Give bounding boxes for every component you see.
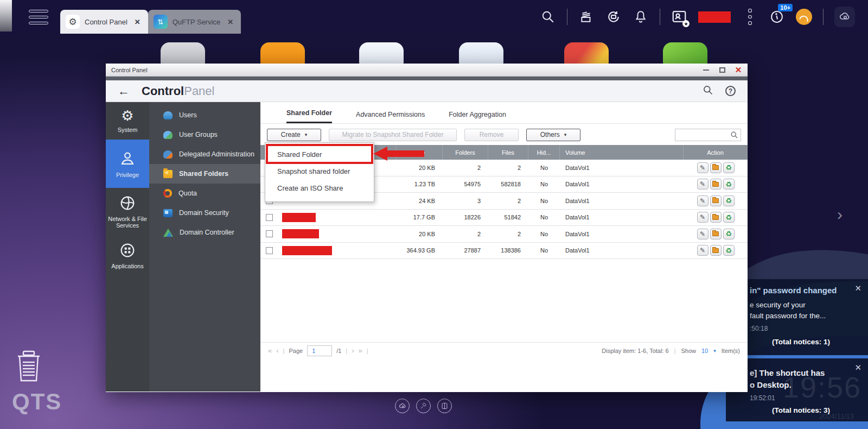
topbar-icons: ★ 10+: [540, 7, 868, 27]
sidebar-item-network-file-services[interactable]: Network & File Services: [106, 188, 149, 235]
quftp-icon: ⇅: [154, 15, 168, 29]
header-search-icon[interactable]: [703, 85, 713, 98]
next-page-icon[interactable]: ›: [352, 346, 354, 355]
minimize-button[interactable]: [702, 66, 710, 74]
menu-item-shared-folder[interactable]: Shared Folder: [265, 146, 374, 163]
myqnapcloud-icon[interactable]: [834, 7, 855, 27]
more-options-icon[interactable]: [742, 9, 758, 25]
table-row[interactable]: 17.7 GB 18226 51842 No DataVol1 ✎♻: [260, 210, 748, 226]
refresh-button[interactable]: ♻: [723, 179, 735, 190]
edit-permissions-button[interactable]: [710, 195, 722, 206]
sidebar-item-system[interactable]: ⚙ System: [106, 102, 149, 140]
dock-cloud-icon[interactable]: [395, 399, 410, 413]
help-icon[interactable]: ?: [725, 86, 736, 96]
edit-permissions-button[interactable]: [710, 245, 722, 256]
folder-permission-icon: [712, 182, 719, 187]
sidebar-item-applications[interactable]: Applications: [106, 235, 149, 276]
menu-item-domain-controller[interactable]: Domain Controller: [149, 223, 260, 242]
search-icon[interactable]: [540, 9, 556, 25]
toast-timestamp: :50:18: [750, 325, 768, 332]
refresh-button[interactable]: ♻: [723, 162, 735, 173]
row-checkbox[interactable]: [260, 214, 278, 221]
header-volume[interactable]: Volume: [560, 145, 684, 160]
sidebar-item-privilege[interactable]: Privilege: [106, 140, 149, 188]
refresh-button[interactable]: ♻: [723, 229, 735, 239]
first-page-icon[interactable]: «: [268, 346, 272, 355]
category-label: System: [118, 127, 138, 133]
tab-control-panel[interactable]: ⚙ Control Panel ✕: [60, 10, 148, 34]
tab-shared-folder[interactable]: Shared Folder: [286, 109, 332, 123]
menu-item-delegated-administration[interactable]: Delegated Administration: [149, 144, 260, 164]
menu-item-create-iso-share[interactable]: Create an ISO Share: [265, 180, 374, 197]
menu-item-user-groups[interactable]: User Groups: [149, 125, 260, 144]
menu-item-snapshot-shared-folder[interactable]: Snapshot shared folder: [265, 163, 374, 180]
header-files[interactable]: Files: [488, 145, 528, 160]
table-row[interactable]: 364.93 GB 27887 138386 No DataVol1 ✎♻: [260, 243, 748, 260]
migrate-button[interactable]: Migrate to Snapshot Shared Folder: [329, 129, 457, 141]
remove-button[interactable]: Remove: [464, 129, 519, 141]
dashboard-gauge-icon[interactable]: [796, 9, 812, 25]
header-folders[interactable]: Folders: [443, 145, 488, 160]
tab-quftp-service[interactable]: ⇅ QuFTP Service ✕: [148, 10, 241, 34]
prev-page-icon[interactable]: ‹: [276, 346, 278, 355]
tab-close-icon[interactable]: ✕: [135, 18, 141, 26]
edit-properties-button[interactable]: ✎: [697, 195, 709, 206]
edit-properties-button[interactable]: ✎: [697, 179, 709, 190]
tab-close-icon[interactable]: ✕: [227, 18, 233, 26]
system-gear-icon: ⚙: [121, 109, 133, 123]
row-checkbox[interactable]: [260, 230, 278, 237]
edit-permissions-button[interactable]: [710, 162, 722, 173]
menu-item-shared-folders[interactable]: Shared Folders: [149, 164, 260, 184]
user-account-icon[interactable]: ★: [671, 9, 687, 25]
edit-properties-button[interactable]: ✎: [697, 212, 709, 223]
tab-folder-aggregation[interactable]: Folder Aggregation: [449, 111, 506, 123]
others-button[interactable]: Others▾: [526, 129, 580, 141]
edit-properties-button[interactable]: ✎: [697, 162, 709, 173]
page-number-input[interactable]: [307, 345, 332, 356]
back-arrow-icon[interactable]: ←: [118, 84, 130, 98]
refresh-button[interactable]: ♻: [723, 195, 735, 206]
external-device-sync-icon[interactable]: [605, 9, 622, 25]
toast-close-icon[interactable]: ✕: [854, 363, 861, 373]
cell-volume: DataVol1: [560, 198, 684, 204]
caret-down-icon[interactable]: ▾: [713, 348, 716, 354]
show-value[interactable]: 10: [701, 348, 708, 354]
window-title: Control Panel: [111, 67, 148, 73]
toast-total-notices: (Total notices: 1): [772, 338, 830, 346]
table-row[interactable]: 20 KB 2 2 No DataVol1 ✎♻: [260, 226, 748, 243]
toast-close-icon[interactable]: ✕: [854, 283, 861, 293]
cell-folders: 3: [443, 198, 488, 204]
dock-tools-icon[interactable]: [416, 399, 431, 413]
menu-item-quota[interactable]: Quota: [149, 184, 260, 203]
menu-item-domain-security[interactable]: Domain Security: [149, 203, 260, 223]
edit-permissions-button[interactable]: [710, 179, 722, 190]
menu-item-users[interactable]: Users: [149, 105, 260, 125]
edit-properties-button[interactable]: ✎: [697, 229, 709, 239]
notifications-bell-icon[interactable]: [633, 9, 649, 25]
recycle-bin-icon[interactable]: [15, 350, 42, 385]
privilege-person-icon: [118, 149, 137, 168]
close-button[interactable]: ✕: [735, 66, 742, 74]
row-checkbox[interactable]: [260, 247, 278, 254]
tab-advanced-permissions[interactable]: Advanced Permissions: [356, 111, 425, 123]
refresh-button[interactable]: ♻: [723, 245, 735, 256]
last-page-icon[interactable]: »: [359, 346, 362, 355]
search-input[interactable]: [675, 131, 730, 138]
maximize-button[interactable]: [718, 66, 726, 74]
cell-folders: 27887: [443, 247, 488, 254]
edit-permissions-button[interactable]: [710, 212, 722, 223]
toast-body: e security of your: [750, 301, 806, 309]
refresh-button[interactable]: ♻: [723, 212, 735, 223]
header-size[interactable]: Size: [396, 145, 443, 160]
cell-folders: 2: [443, 231, 488, 237]
edit-permissions-button[interactable]: [710, 229, 722, 239]
window-titlebar[interactable]: Control Panel ✕: [106, 64, 748, 77]
create-button[interactable]: Create▾: [267, 129, 321, 141]
main-menu-button[interactable]: [29, 10, 48, 24]
notice-count-badge: 10+: [778, 4, 793, 11]
dock-guide-icon[interactable]: [437, 399, 452, 413]
resource-monitor-icon[interactable]: 10+: [769, 9, 785, 25]
background-tasks-icon[interactable]: [578, 9, 595, 25]
header-hidden[interactable]: Hid...: [528, 145, 560, 160]
edit-properties-button[interactable]: ✎: [697, 245, 709, 256]
